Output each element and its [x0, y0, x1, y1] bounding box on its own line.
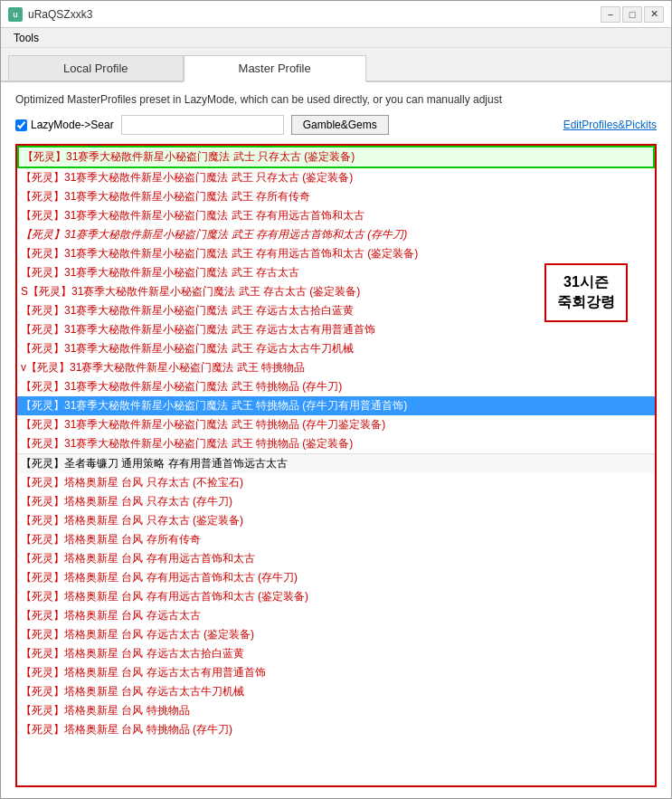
list-item[interactable]: 【死灵】塔格奥新星 台风 只存太古 (鉴定装备): [17, 511, 655, 530]
list-item[interactable]: 【死灵】塔格奥新星 台风 存远古太古拾白蓝黄: [17, 644, 655, 663]
close-button[interactable]: ✕: [644, 6, 664, 23]
list-item[interactable]: 【死灵】31赛季大秘散件新星小秘盗门魔法 武王 存有用远古首饰和太古 (鉴定装备…: [17, 244, 655, 263]
list-item[interactable]: 【死灵】31赛季大秘散件新星小秘盗门魔法 武士 只存太古 (鉴定装备): [17, 146, 655, 168]
description-text: Optimized MasterProfiles preset in LazyM…: [15, 93, 657, 106]
list-item[interactable]: 【死灵】31赛季大秘散件新星小秘盗门魔法 武王 存有用远古首饰和太古 (存牛刀): [17, 225, 655, 244]
list-item[interactable]: 【死灵】塔格奥新星 台风 特挑物品: [17, 701, 655, 720]
list-item[interactable]: 【死灵】塔格奥新星 台风 只存太古 (存牛刀): [17, 492, 655, 511]
list-item[interactable]: 【死灵】塔格奥新星 台风 存有用远古首饰和太古: [17, 549, 655, 568]
app-icon: u: [8, 7, 23, 22]
list-item[interactable]: 【死灵】塔格奥新星 台风 只存太古 (不捡宝石): [17, 473, 655, 492]
list-item[interactable]: 【死灵】塔格奥新星 台风 存远古太古有用普通首饰: [17, 663, 655, 682]
content-area: Optimized MasterProfiles preset in LazyM…: [1, 82, 671, 798]
annotation-box: 31시즌 죽회강령: [544, 263, 628, 322]
list-item[interactable]: 【死灵】31赛季大秘散件新星小秘盗门魔法 武王 特挑物品 (存牛刀有用普通首饰): [17, 396, 655, 415]
list-item[interactable]: 【死灵】31赛季大秘散件新星小秘盗门魔法 武王 特挑物品 (存牛刀): [17, 377, 655, 396]
lazymode-label: LazyMode->Sear: [31, 119, 114, 131]
list-item[interactable]: 【死灵】塔格奥新星 台风 存远古太古: [17, 606, 655, 625]
maximize-button[interactable]: □: [622, 6, 642, 23]
window-title: uRaQSZxxk3: [28, 8, 92, 21]
minimize-button[interactable]: −: [601, 6, 620, 23]
lazymode-checkbox[interactable]: [15, 119, 27, 131]
toolbar: LazyMode->Sear Gamble&Gems EditProfiles&…: [15, 115, 657, 135]
lazymode-checkbox-label[interactable]: LazyMode->Sear: [15, 119, 114, 131]
tab-master-profile[interactable]: Master Profile: [184, 55, 366, 82]
tabs-container: Local Profile Master Profile: [1, 48, 671, 82]
list-item[interactable]: 【死灵】31赛季大秘散件新星小秘盗门魔法 武王 存远古太古有用普通首饰: [17, 320, 655, 339]
list-item[interactable]: 【死灵】31赛季大秘散件新星小秘盗门魔法 武王 特挑物品 (鉴定装备): [17, 434, 655, 453]
gamble-gems-button[interactable]: Gamble&Gems: [291, 115, 389, 135]
menu-bar: Tools: [1, 28, 671, 48]
list-item[interactable]: 【死灵】31赛季大秘散件新星小秘盗门魔法 武王 特挑物品 (存牛刀鉴定装备): [17, 415, 655, 434]
annotation-line2: 죽회강령: [557, 292, 615, 312]
title-bar-left: u uRaQSZxxk3: [8, 7, 92, 22]
title-controls: − □ ✕: [601, 6, 664, 23]
edit-profiles-link[interactable]: EditProfiles&Pickits: [563, 119, 657, 131]
list-item[interactable]: 【死灵】31赛季大秘散件新星小秘盗门魔法 武王 只存太古 (鉴定装备): [17, 168, 655, 187]
list-item[interactable]: 【死灵】塔格奥新星 台风 存远古太古 (鉴定装备): [17, 625, 655, 644]
annotation-line1: 31시즌: [557, 272, 615, 292]
list-item[interactable]: 【死灵】31赛季大秘散件新星小秘盗门魔法 武王 存远古太古牛刀机械: [17, 339, 655, 358]
list-item[interactable]: 【死灵】圣者毒镰刀 通用策略 存有用普通首饰远古太古: [17, 453, 655, 473]
list-items-container: 【死灵】31赛季大秘散件新星小秘盗门魔法 武士 只存太古 (鉴定装备)【死灵】3…: [17, 146, 655, 739]
list-container[interactable]: 31시즌 죽회강령 【死灵】31赛季大秘散件新星小秘盗门魔法 武士 只存太古 (…: [15, 144, 657, 787]
title-bar: u uRaQSZxxk3 − □ ✕: [1, 1, 671, 28]
list-item[interactable]: 【死灵】塔格奥新星 台风 存有用远古首饰和太古 (鉴定装备): [17, 587, 655, 606]
list-item[interactable]: v【死灵】31赛季大秘散件新星小秘盗门魔法 武王 特挑物品: [17, 358, 655, 377]
search-input[interactable]: [121, 115, 284, 135]
list-item[interactable]: 【死灵】塔格奥新星 台风 存所有传奇: [17, 530, 655, 549]
list-item[interactable]: 【死灵】31赛季大秘散件新星小秘盗门魔法 武王 存所有传奇: [17, 187, 655, 206]
list-item[interactable]: 【死灵】塔格奥新星 台风 存有用远古首饰和太古 (存牛刀): [17, 568, 655, 587]
list-item[interactable]: 【死灵】塔格奥新星 台风 存远古太古牛刀机械: [17, 682, 655, 701]
main-window: u uRaQSZxxk3 − □ ✕ Tools Local Profile M…: [0, 0, 672, 799]
list-item[interactable]: 【死灵】塔格奥新星 台风 特挑物品 (存牛刀): [17, 720, 655, 739]
menu-tools[interactable]: Tools: [8, 30, 44, 46]
list-item[interactable]: 【死灵】31赛季大秘散件新星小秘盗门魔法 武王 存有用远古首饰和太古: [17, 206, 655, 225]
tab-local-profile[interactable]: Local Profile: [8, 55, 184, 81]
